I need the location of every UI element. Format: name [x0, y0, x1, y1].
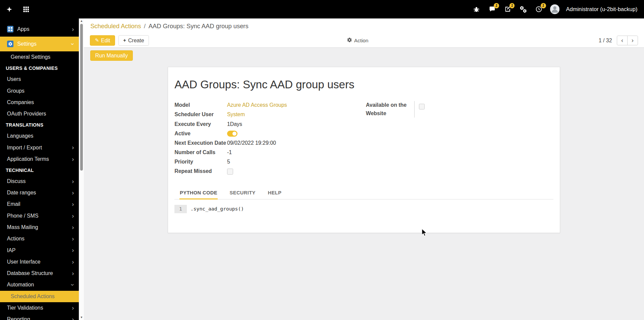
plus-icon: +	[123, 38, 126, 43]
field-next-execution-date: Next Execution Date 09/02/2022 19:29:00	[174, 139, 366, 148]
sidebar-item-mass-mailing[interactable]: Mass Mailing›	[0, 222, 79, 233]
edit-button[interactable]: ✎ Edit	[90, 35, 115, 46]
avatar[interactable]	[550, 4, 559, 14]
settings-gear-icon	[7, 41, 14, 47]
chevron-right-icon: ›	[72, 236, 74, 242]
sidebar-item-import-export[interactable]: Import / Export›	[0, 142, 79, 153]
sidebar-item-actions[interactable]: Actions›	[0, 233, 79, 244]
sidebar-item-user-interface[interactable]: User Interface›	[0, 256, 79, 268]
sidebar-item-phone-sms[interactable]: Phone / SMS›	[0, 210, 79, 222]
chevron-right-icon: ›	[72, 190, 74, 196]
sidebar-section-translations: TRANSLATIONS	[0, 120, 79, 130]
sidebar-item-users[interactable]: Users	[0, 74, 79, 85]
available-website-checkbox[interactable]	[419, 104, 425, 110]
scroll-down-icon[interactable]: ▼	[79, 315, 84, 320]
sidebar-item-label: Apps	[17, 26, 29, 32]
sidebar-item-groups[interactable]: Groups	[0, 85, 79, 96]
scheduler-user-link[interactable]: System	[227, 110, 245, 119]
scroll-up-icon[interactable]: ▲	[79, 18, 84, 24]
form-sheet: AAD Groups: Sync AAD group users Model A…	[168, 67, 560, 233]
tab-bar: PYTHON CODE SECURITY HELP	[174, 187, 553, 199]
pager-next-button[interactable]: ›	[627, 36, 638, 45]
sidebar-item-automation[interactable]: Automation›	[0, 279, 79, 290]
sidebar-item-database-structure[interactable]: Database Structure›	[0, 268, 79, 279]
chevron-right-icon: ›	[632, 37, 634, 44]
model-link[interactable]: Azure AD Access Groups	[227, 101, 287, 109]
sidebar-item-application-terms[interactable]: Application Terms›	[0, 153, 79, 165]
action-menu-button[interactable]: Action	[344, 37, 371, 44]
sidebar-item-iap[interactable]: IAP›	[0, 244, 79, 256]
tab-security[interactable]: SECURITY	[229, 187, 256, 199]
pencil-icon: ✎	[95, 38, 99, 43]
tab-help[interactable]: HELP	[267, 187, 282, 199]
field-model: Model Azure AD Access Groups	[174, 101, 366, 110]
sidebar-item-reporting[interactable]: Reporting›	[0, 314, 79, 320]
gear-icon	[347, 37, 352, 44]
chevron-right-icon: ›	[72, 213, 74, 219]
form-view: Run Manually AAD Groups: Sync AAD group …	[84, 48, 644, 320]
recent-activities-icon[interactable]: 1	[534, 5, 543, 14]
apps-icon	[7, 26, 14, 33]
sidebar-item-settings[interactable]: Settings ›	[0, 37, 79, 51]
chevron-right-icon: ›	[72, 247, 74, 253]
control-bar: ✎ Edit + Create Action 1 / 32	[84, 34, 644, 47]
field-group-right: Available on the Website	[366, 101, 553, 177]
sidebar-item-discuss[interactable]: Discuss›	[0, 176, 79, 187]
logo-icon[interactable]	[5, 5, 14, 14]
sidebar-item-date-ranges[interactable]: Date ranges›	[0, 187, 79, 198]
chevron-right-icon: ›	[72, 26, 74, 32]
sidebar-section-technical: TECHNICAL	[0, 165, 79, 176]
sidebar-section-users-companies: USERS & COMPANIES	[0, 63, 79, 74]
top-navbar: 1 1 1	[0, 0, 644, 18]
debug-icon[interactable]	[472, 5, 481, 14]
chevron-right-icon: ›	[72, 224, 74, 230]
code-editor[interactable]: 1 .sync_aad_groups()	[174, 205, 553, 219]
user-menu[interactable]: Administrator (u-2bit-backup)	[566, 6, 637, 13]
sidebar-item-tier-validations[interactable]: Tier Validations›	[0, 302, 79, 314]
chevron-left-icon: ‹	[621, 37, 623, 44]
sidebar: Apps › Settings › General Settings USERS…	[0, 18, 79, 320]
chevron-right-icon: ›	[72, 178, 74, 184]
sidebar-item-languages[interactable]: Languages	[0, 130, 79, 142]
breadcrumb-parent-link[interactable]: Scheduled Actions	[90, 22, 141, 30]
chevron-down-icon: ›	[70, 284, 76, 286]
field-available-on-website: Available on the Website	[366, 101, 553, 118]
sidebar-item-general-settings[interactable]: General Settings	[0, 51, 79, 63]
apps-grid-icon[interactable]	[21, 5, 31, 14]
integrations-icon[interactable]	[519, 5, 528, 14]
messages-icon[interactable]: 1	[488, 5, 497, 14]
active-toggle[interactable]	[227, 131, 237, 136]
breadcrumb-separator: /	[144, 22, 146, 30]
breadcrumb: Scheduled Actions / AAD Groups: Sync AAD…	[84, 18, 644, 34]
messages-badge: 1	[494, 3, 499, 8]
pager-previous-button[interactable]: ‹	[617, 36, 628, 45]
sidebar-scrollbar[interactable]: ▲ ▼	[79, 18, 84, 320]
sidebar-item-scheduled-actions[interactable]: Scheduled Actions	[0, 291, 79, 302]
create-button[interactable]: + Create	[118, 35, 149, 46]
sidebar-item-label: Settings	[17, 41, 36, 47]
scrollbar-thumb[interactable]	[80, 24, 83, 171]
sidebar-item-apps[interactable]: Apps ›	[0, 22, 79, 37]
chevron-right-icon: ›	[72, 316, 74, 320]
sidebar-item-email[interactable]: Email›	[0, 198, 79, 210]
run-manually-button[interactable]: Run Manually	[90, 50, 132, 61]
field-scheduler-user: Scheduler User System	[174, 110, 366, 120]
tab-python-code[interactable]: PYTHON CODE	[179, 187, 218, 199]
chevron-right-icon: ›	[72, 270, 74, 276]
field-priority: Priority 5	[174, 158, 366, 167]
pager: ‹ ›	[617, 36, 638, 45]
repeat-missed-checkbox[interactable]	[227, 169, 233, 175]
notebook: PYTHON CODE SECURITY HELP 1 .sync_aad_gr…	[174, 187, 553, 219]
chevron-down-icon: ›	[70, 43, 76, 45]
breadcrumb-current: AAD Groups: Sync AAD group users	[149, 22, 249, 30]
sidebar-item-companies[interactable]: Companies	[0, 97, 79, 108]
activities-icon[interactable]: 1	[503, 5, 512, 14]
field-execute-every: Execute Every 1Days	[174, 120, 366, 129]
code-content[interactable]: .sync_aad_groups()	[187, 205, 244, 219]
chevron-right-icon: ›	[72, 144, 74, 150]
sidebar-item-oauth-providers[interactable]: OAuth Providers	[0, 108, 79, 120]
chevron-right-icon: ›	[72, 259, 74, 265]
field-repeat-missed: Repeat Missed	[174, 167, 366, 176]
recent-badge: 1	[541, 3, 546, 8]
main-content: Scheduled Actions / AAD Groups: Sync AAD…	[84, 18, 644, 320]
